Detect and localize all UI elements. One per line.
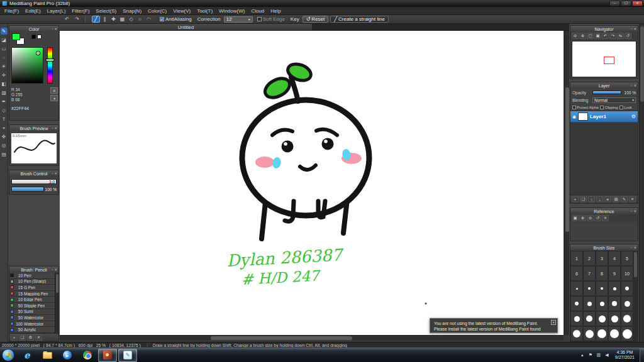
brush-size-header[interactable]: Brush Size ▫ ✕: [570, 244, 638, 251]
panel-close-icon[interactable]: ✕: [633, 208, 636, 214]
opacity-slider[interactable]: [592, 90, 621, 94]
brush-list-item[interactable]: 100Watercolor: [9, 321, 55, 327]
eraser-tool-icon[interactable]: ◪: [1, 36, 8, 43]
panel-close-icon[interactable]: ✕: [633, 82, 636, 89]
layer-visibility-icon[interactable]: ◉: [572, 114, 576, 119]
menu-item-windoww[interactable]: Window(W): [216, 7, 248, 15]
brush-size-option[interactable]: 7: [583, 266, 596, 281]
eyedropper-tool-icon[interactable]: ⌖: [1, 124, 8, 131]
foreground-color-swatch[interactable]: [12, 33, 20, 40]
move-layer-down-icon[interactable]: ↓: [596, 196, 603, 202]
reference-zoom-out-icon[interactable]: ⊖: [587, 215, 594, 221]
volume-icon[interactable]: ◀: [604, 353, 610, 358]
merge-layer-icon[interactable]: ≡: [604, 196, 611, 202]
document-tab[interactable]: Untitled: [60, 24, 313, 30]
brush-tool-icon[interactable]: ✎: [1, 28, 8, 35]
brush-size-scrollbar[interactable]: [633, 251, 638, 341]
layer-folder-icon[interactable]: ▤: [613, 196, 619, 202]
menu-item-toolt[interactable]: Tool(T): [194, 7, 216, 15]
brush-list-scrollbar[interactable]: [55, 273, 58, 333]
panel-collapse-icon[interactable]: ▫: [631, 244, 632, 251]
hand-tool-icon[interactable]: ✜: [1, 133, 8, 140]
panel-collapse-icon[interactable]: ▫: [52, 26, 53, 32]
brushes-panel-header[interactable]: Brush: Pencil ▫ ✕: [9, 266, 58, 273]
brush-list-item[interactable]: 50Sumi: [9, 309, 55, 315]
color-wheel-button[interactable]: ◑: [50, 95, 58, 101]
layer-checkbox-clipping[interactable]: Clipping: [600, 106, 618, 109]
brush-size-option[interactable]: [583, 281, 596, 296]
shape-tool-icon[interactable]: ◇: [1, 107, 8, 114]
menu-item-layerl[interactable]: Layer(L): [44, 7, 69, 15]
layer-row-selected[interactable]: ◉ Layer1 ⚙: [570, 111, 638, 123]
show-hidden-icons[interactable]: ▴: [579, 353, 586, 358]
snap-straight-line-icon[interactable]: ╱: [92, 16, 100, 23]
brush-size-option[interactable]: [570, 326, 583, 341]
scrollbar-thumb[interactable]: [640, 26, 644, 102]
color-panel-header[interactable]: Color ▫ ✕: [9, 26, 58, 32]
brush-list-item[interactable]: 10Pen (Sharp): [9, 279, 55, 285]
menu-item-snapn[interactable]: Snap(N): [119, 7, 145, 15]
canvas[interactable]: Dylan 286387 # H/D 247: [60, 31, 564, 335]
panel-close-icon[interactable]: ✕: [633, 26, 636, 32]
brush-list-item[interactable]: 50Watercolor: [9, 315, 55, 321]
brush-size-option[interactable]: [596, 281, 608, 296]
panel-collapse-icon[interactable]: ▫: [631, 208, 632, 214]
menu-item-viewv[interactable]: View(V): [170, 7, 194, 15]
layer-checkbox-protect-alpha[interactable]: Protect Alpha: [572, 106, 598, 109]
layer-checkbox-lock[interactable]: Lock: [619, 106, 631, 109]
brush-size-option[interactable]: [570, 311, 583, 326]
reference-rotate-icon[interactable]: ↺: [594, 215, 601, 221]
snap-ellipse-icon[interactable]: ○: [136, 16, 144, 23]
reset-button[interactable]: ↺ Reset: [303, 16, 329, 23]
brush-size-slider[interactable]: 3.0: [11, 179, 57, 184]
redo-icon[interactable]: ↷: [73, 16, 81, 23]
open-reference-icon[interactable]: ▣: [572, 215, 579, 221]
taskbar-app-explorer[interactable]: [38, 349, 57, 362]
brush-size-option[interactable]: [570, 296, 583, 311]
text-tool-icon[interactable]: T: [1, 116, 8, 123]
palette-swatch[interactable]: [37, 35, 42, 39]
snap-grid-icon[interactable]: ▦: [118, 16, 126, 23]
brush-size-option[interactable]: [596, 311, 608, 326]
brush-size-option[interactable]: [608, 281, 621, 296]
brush-opacity-slider[interactable]: [11, 187, 44, 192]
minimize-button[interactable]: –: [609, 1, 620, 6]
panel-close-icon[interactable]: ✕: [54, 26, 57, 32]
add-brush-icon[interactable]: +: [11, 334, 18, 341]
brush-list-item[interactable]: 15G Pen: [9, 285, 55, 291]
brush-size-option[interactable]: 5: [621, 251, 633, 266]
menu-item-selects[interactable]: Select(S): [92, 7, 119, 15]
panel-close-icon[interactable]: ✕: [54, 125, 57, 131]
navigator-view-rectangle[interactable]: [604, 57, 614, 64]
brush-size-option[interactable]: [608, 311, 621, 326]
menu-item-edite[interactable]: Edit(E): [22, 7, 43, 15]
panel-close-icon[interactable]: ✕: [54, 266, 57, 273]
brush-size-option[interactable]: [608, 296, 621, 311]
brush-size-option[interactable]: 2: [583, 251, 596, 266]
marquee-select-tool-icon[interactable]: ▭: [1, 45, 8, 52]
rename-layer-icon[interactable]: ✎: [621, 196, 628, 202]
notification-close-icon[interactable]: ✕: [551, 320, 556, 325]
brush-list-item[interactable]: 10Edge Pen: [9, 297, 55, 303]
reference-clear-icon[interactable]: ✕: [602, 215, 609, 221]
delete-brush-icon[interactable]: ✕: [35, 334, 42, 341]
fit-window-icon[interactable]: ▢: [587, 33, 594, 39]
undo-icon[interactable]: ↶: [63, 16, 71, 23]
soft-edge-checkbox[interactable]: Soft Edge: [257, 16, 285, 22]
panel-dock-scrollbar[interactable]: [639, 24, 644, 342]
correction-select[interactable]: 12 ▾: [224, 16, 253, 23]
actual-size-icon[interactable]: ▣: [594, 33, 601, 39]
brush-size-option[interactable]: 9: [608, 266, 621, 281]
menu-item-filterf[interactable]: Filter(F): [69, 7, 92, 15]
taskbar-app-internet-explorer[interactable]: e: [18, 349, 36, 362]
snap-parallel-icon[interactable]: ∥: [101, 16, 109, 23]
brush-size-option[interactable]: 6: [570, 266, 583, 281]
panel-collapse-icon[interactable]: ▫: [631, 26, 632, 32]
duplicate-layer-icon[interactable]: ❏: [580, 196, 587, 202]
reference-zoom-in-icon[interactable]: ⊕: [579, 215, 586, 221]
move-layer-up-icon[interactable]: ↑: [588, 196, 595, 202]
taskbar-clock[interactable]: 4:36 PM 9/27/2021: [612, 350, 638, 360]
hue-slider[interactable]: [47, 47, 53, 84]
taskbar-app-paint-app[interactable]: [98, 349, 117, 362]
brush-size-option[interactable]: 1: [570, 251, 583, 266]
